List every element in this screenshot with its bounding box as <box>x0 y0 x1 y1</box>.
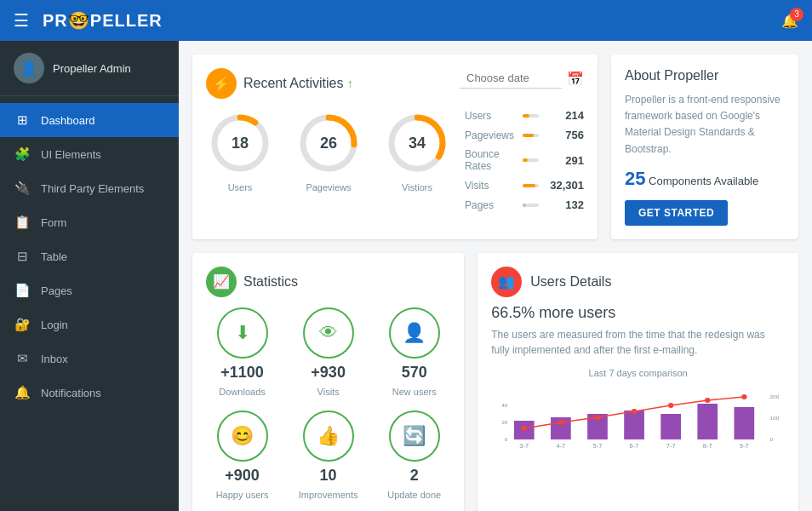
happy-users-circle: 😊 <box>217 411 268 462</box>
users-details-icon: 👥 <box>491 267 522 297</box>
stats-row-visits: Visits 32,301 <box>465 179 584 192</box>
notification-count: 3 <box>790 8 803 21</box>
svg-point-21 <box>741 394 746 399</box>
sidebar-item-pages[interactable]: 📄 Pages <box>0 273 179 307</box>
donut-users: 18 Users <box>206 109 274 192</box>
sidebar-label-notifications: Notifications <box>41 387 101 399</box>
sidebar-item-third-party[interactable]: 🔌 Third Party Elements <box>0 171 179 205</box>
notification-bell[interactable]: 🔔 3 <box>781 13 798 29</box>
update-done-value: 2 <box>410 467 419 485</box>
sidebar-item-table[interactable]: ⊟ Table <box>0 239 179 273</box>
main-layout: 👤 Propeller Admin ⊞ Dashboard 🧩 UI Eleme… <box>0 41 812 511</box>
topbar: ☰ PR🤓PELLER 🔔 3 <box>0 0 812 41</box>
sidebar-label-inbox: Inbox <box>41 353 68 365</box>
stats-row-pageviews: Pageviews 756 <box>465 129 584 141</box>
update-done-label: Update done <box>387 490 441 500</box>
sidebar-label-login: Login <box>41 319 68 331</box>
donut-visitors-chart: 34 <box>383 109 451 177</box>
improvements-value: 10 <box>320 467 337 485</box>
about-title: About Propeller <box>625 68 785 83</box>
menu-icon[interactable]: ☰ <box>14 10 29 31</box>
stats-bar-visits <box>523 184 535 187</box>
about-description: Propeller is a front-end responsive fram… <box>625 92 785 158</box>
statistics-card: 📈 Statistics ⬇ +1100 Downloads 👁 +930 Vi… <box>192 253 464 511</box>
downloads-circle: ⬇ <box>217 307 268 359</box>
sidebar-item-dashboard[interactable]: ⊞ Dashboard <box>0 103 179 137</box>
sidebar-label-pages: Pages <box>41 284 72 297</box>
stats-bar-pageviews <box>523 134 534 137</box>
happy-users-value: +900 <box>225 467 260 485</box>
sidebar-label-table: Table <box>41 250 67 263</box>
svg-point-15 <box>522 426 527 431</box>
svg-text:6-7: 6-7 <box>630 442 639 450</box>
svg-text:100: 100 <box>770 415 780 421</box>
stat-improvements: 👍 10 Improvements <box>292 411 364 500</box>
new-users-label: New users <box>392 387 437 397</box>
downloads-value: +1100 <box>220 364 264 382</box>
sidebar-label-ui-elements: UI Elements <box>41 148 101 161</box>
sidebar-label-third-party: Third Party Elements <box>41 182 144 195</box>
calendar-icon[interactable]: 📅 <box>567 71 584 87</box>
sidebar-item-login[interactable]: 🔐 Login <box>0 307 179 342</box>
get-started-button[interactable]: GET STARTED <box>625 200 728 226</box>
svg-text:4-7: 4-7 <box>557 442 566 450</box>
dashboard-icon: ⊞ <box>14 112 31 128</box>
stats-bar-pages <box>523 204 526 207</box>
chart-title: Last 7 days comparison <box>491 368 785 378</box>
svg-text:9-7: 9-7 <box>740 442 749 450</box>
about-components: 25 Components Available <box>625 168 785 190</box>
svg-rect-11 <box>624 411 644 439</box>
statistics-header: 📈 Statistics <box>206 267 450 297</box>
components-count: 25 <box>625 168 645 189</box>
svg-point-19 <box>668 403 673 408</box>
donut-row: 18 Users 26 P <box>206 109 451 192</box>
svg-text:40: 40 <box>501 402 508 408</box>
users-details-card: 👥 Users Details 66.5% more users The use… <box>477 253 798 511</box>
sidebar-item-ui-elements[interactable]: 🧩 UI Elements <box>0 137 179 171</box>
sidebar-user: 👤 Propeller Admin <box>0 41 179 96</box>
svg-point-20 <box>705 398 710 403</box>
visits-circle: 👁 <box>303 307 354 359</box>
donut-users-value: 18 <box>232 135 249 152</box>
donut-visitors-value: 34 <box>409 135 426 152</box>
update-done-circle: 🔄 <box>389 411 440 462</box>
form-icon: 📋 <box>14 215 31 230</box>
pages-icon: 📄 <box>14 283 31 298</box>
svg-text:200: 200 <box>770 393 780 399</box>
sidebar-item-notifications[interactable]: 🔔 Notifications <box>0 376 179 410</box>
components-label: Components Available <box>649 175 758 187</box>
sidebar-item-form[interactable]: 📋 Form <box>0 205 179 239</box>
ui-elements-icon: 🧩 <box>14 146 31 162</box>
stat-icons-grid: ⬇ +1100 Downloads 👁 +930 Visits 👤 570 Ne… <box>206 307 450 500</box>
visits-label: Visits <box>317 387 340 397</box>
donut-visitors: 34 Vistiors <box>383 109 451 192</box>
topbar-right: 🔔 3 <box>781 13 798 29</box>
sidebar-label-form: Form <box>41 216 66 229</box>
stats-table: Users 214 Pageviews <box>465 109 584 211</box>
date-input[interactable] <box>460 68 562 89</box>
stat-update-done: 🔄 2 Update done <box>378 411 450 500</box>
donut-users-chart: 18 <box>206 109 274 177</box>
svg-rect-12 <box>661 414 682 439</box>
stats-bar-bounce <box>523 158 528 162</box>
svg-point-17 <box>595 415 600 420</box>
donut-pageviews: 26 Pageviews <box>294 109 363 192</box>
login-icon: 🔐 <box>14 317 31 332</box>
improvements-circle: 👍 <box>303 411 354 462</box>
sidebar-item-inbox[interactable]: ✉ Inbox <box>0 342 179 376</box>
visits-value: +930 <box>311 364 346 382</box>
date-picker-area[interactable]: 📅 <box>460 68 584 89</box>
recent-activities-card: ⚡ Recent Activities ↑ 📅 <box>192 55 598 239</box>
about-card: About Propeller Propeller is a front-end… <box>611 55 798 239</box>
downloads-label: Downloads <box>219 387 265 397</box>
stats-label-pages: Pages <box>465 199 516 211</box>
stats-bar-bg-pageviews <box>523 134 539 137</box>
users-details-header: 👥 Users Details <box>491 267 785 297</box>
stats-table-area: Users 214 Pageviews <box>465 109 584 218</box>
new-users-circle: 👤 <box>389 307 440 359</box>
stat-new-users: 👤 570 New users <box>378 307 450 397</box>
sidebar: 👤 Propeller Admin ⊞ Dashboard 🧩 UI Eleme… <box>0 41 179 511</box>
svg-text:7-7: 7-7 <box>666 442 676 450</box>
stats-value-pages: 132 <box>546 198 584 211</box>
stats-bar-bg-users <box>523 114 539 118</box>
